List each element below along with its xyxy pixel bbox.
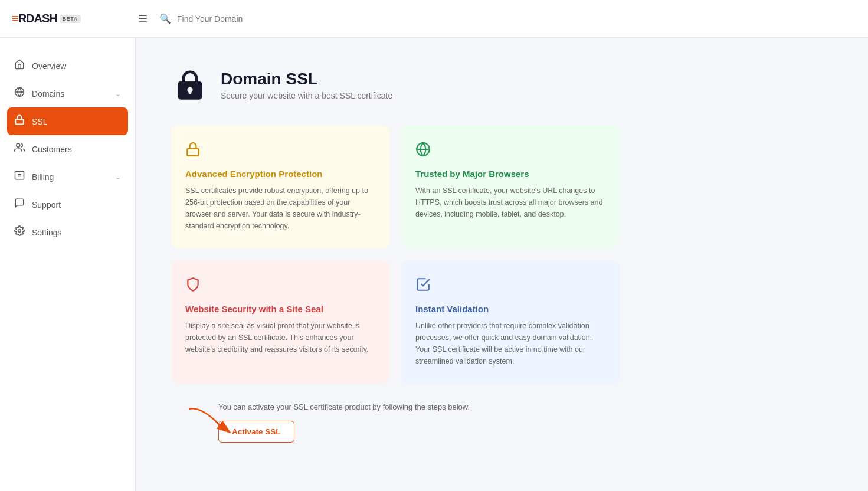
sidebar-item-customers-label: Customers: [32, 145, 121, 154]
card-encryption-desc: SSL certificates provide robust encrypti…: [185, 185, 375, 232]
arrow-wrapper: Activate SSL: [218, 421, 620, 443]
feature-cards-grid: Advanced Encryption Protection SSL certi…: [171, 125, 620, 384]
svg-rect-10: [189, 90, 192, 94]
page-header: Domain SSL Secure your website with a be…: [171, 66, 833, 104]
chevron-down-icon: ⌄: [115, 90, 121, 98]
card-site-seal-desc: Display a site seal as visual proof that…: [185, 320, 375, 355]
page-header-text: Domain SSL Secure your website with a be…: [221, 70, 392, 100]
card-browsers-title: Trusted by Major Browsers: [415, 169, 605, 179]
sidebar-item-support-label: Support: [32, 200, 121, 210]
sidebar-item-settings[interactable]: Settings: [0, 218, 135, 246]
sidebar-item-customers[interactable]: Customers: [0, 135, 135, 163]
sidebar-item-billing[interactable]: Billing ⌄: [0, 163, 135, 191]
lock-icon: [14, 114, 25, 128]
check-square-card-icon: [415, 277, 605, 296]
beta-badge: BETA: [60, 15, 81, 23]
sidebar-item-settings-label: Settings: [32, 228, 121, 237]
card-validation-desc: Unlike other providers that require comp…: [415, 320, 605, 367]
sidebar-item-ssl-label: SSL: [32, 117, 121, 126]
card-browsers-desc: With an SSL certificate, your website's …: [415, 185, 605, 220]
search-area: 🔍: [148, 13, 856, 24]
users-icon: [14, 142, 25, 156]
topbar: ≡RDASH BETA ☰ 🔍: [0, 0, 868, 38]
chevron-down-icon-billing: ⌄: [115, 173, 121, 181]
card-encryption: Advanced Encryption Protection SSL certi…: [171, 125, 389, 248]
lock-card-icon: [185, 142, 375, 161]
logo-prefix: ≡: [12, 12, 18, 25]
sidebar-item-domains-label: Domains: [32, 89, 108, 99]
sidebar-item-domains[interactable]: Domains ⌄: [0, 80, 135, 107]
svg-rect-4: [15, 171, 24, 179]
sidebar-item-ssl[interactable]: SSL: [7, 107, 128, 135]
page-subtitle: Secure your website with a best SSL cert…: [221, 91, 392, 100]
card-validation-title: Instant Validation: [415, 304, 605, 314]
search-input[interactable]: [177, 14, 354, 24]
file-icon: [14, 170, 25, 184]
shield-card-icon: [185, 277, 375, 296]
page-title: Domain SSL: [221, 70, 392, 89]
card-browsers: Trusted by Major Browsers With an SSL ce…: [401, 125, 620, 248]
sidebar: Overview Domains ⌄ SSL: [0, 38, 136, 491]
sidebar-item-overview[interactable]: Overview: [0, 52, 135, 80]
activate-ssl-button[interactable]: Activate SSL: [218, 421, 294, 443]
gear-icon: [14, 225, 25, 239]
cta-text: You can activate your SSL certificate pr…: [218, 402, 470, 411]
sidebar-item-billing-label: Billing: [32, 172, 108, 182]
sidebar-item-overview-label: Overview: [32, 61, 121, 71]
chat-icon: [14, 198, 25, 211]
svg-point-3: [17, 143, 20, 147]
logo[interactable]: ≡RDASH BETA: [12, 12, 81, 25]
card-site-seal: Website Security with a Site Seal Displa…: [171, 260, 389, 384]
ssl-header-icon: [171, 66, 209, 104]
logo-main: RDASH: [18, 12, 57, 25]
hamburger-icon[interactable]: ☰: [138, 12, 148, 25]
card-site-seal-title: Website Security with a Site Seal: [185, 304, 375, 314]
layout: Overview Domains ⌄ SSL: [0, 38, 868, 491]
svg-point-7: [18, 230, 21, 233]
cta-section: You can activate your SSL certificate pr…: [171, 402, 620, 443]
card-validation: Instant Validation Unlike other provider…: [401, 260, 620, 384]
globe-icon: [14, 87, 25, 100]
home-icon: [14, 59, 25, 73]
logo-area: ≡RDASH BETA ☰: [12, 12, 148, 25]
card-encryption-title: Advanced Encryption Protection: [185, 169, 375, 179]
logo-text: ≡RDASH: [12, 12, 57, 25]
sidebar-item-support[interactable]: Support: [0, 191, 135, 218]
svg-rect-2: [15, 119, 24, 124]
main-content: Domain SSL Secure your website with a be…: [136, 38, 868, 491]
search-icon: 🔍: [159, 13, 171, 24]
svg-rect-11: [187, 149, 199, 156]
globe-card-icon: [415, 142, 605, 161]
